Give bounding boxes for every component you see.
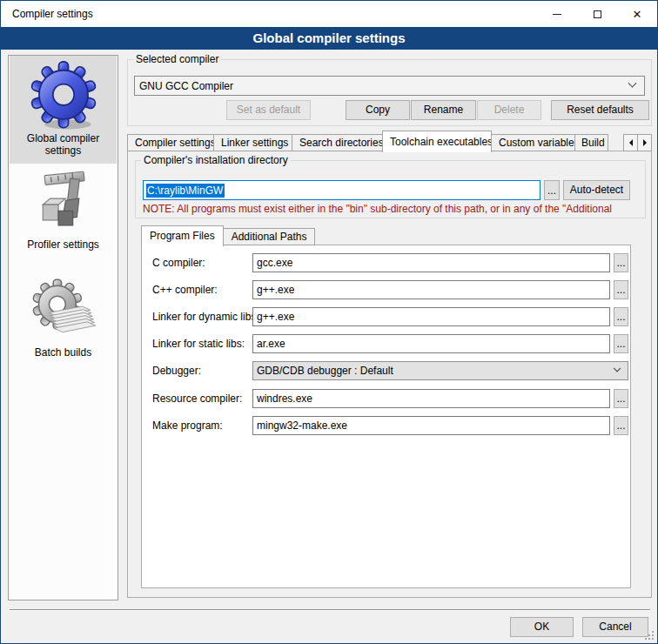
caliper-icon bbox=[30, 169, 97, 238]
browse-button[interactable]: ... bbox=[614, 307, 628, 326]
browse-button[interactable]: ... bbox=[614, 253, 628, 272]
resize-grip-icon[interactable] bbox=[645, 631, 654, 640]
debugger-select-value: GDB/CDB debugger : Default bbox=[257, 365, 393, 377]
field-label: Linker for dynamic libs: bbox=[152, 307, 259, 326]
cpp-compiler-field[interactable]: g++.exe bbox=[252, 280, 610, 299]
field-label: C compiler: bbox=[152, 253, 205, 272]
tab-compiler-settings[interactable]: Compiler settings bbox=[127, 134, 214, 151]
auto-detect-button[interactable]: Auto-detect bbox=[563, 180, 630, 200]
tab-search-directories[interactable]: Search directories bbox=[292, 134, 383, 151]
installation-directory-input[interactable]: C:\raylib\MinGW bbox=[143, 180, 540, 200]
field-label: Resource compiler: bbox=[152, 389, 242, 408]
footer-divider bbox=[10, 609, 650, 611]
tab-custom-variables[interactable]: Custom variables bbox=[491, 134, 575, 151]
browse-button[interactable]: ... bbox=[614, 280, 628, 299]
program-row: Resource compiler: windres.exe ... bbox=[142, 389, 630, 408]
field-label: C++ compiler: bbox=[152, 280, 218, 299]
debugger-select[interactable]: GDB/CDB debugger : Default bbox=[252, 361, 628, 380]
copy-button[interactable]: Copy bbox=[346, 100, 410, 120]
ok-button[interactable]: OK bbox=[510, 617, 574, 637]
tab-toolchain-executables[interactable]: Toolchain executables bbox=[382, 131, 492, 152]
window-controls: ✕ bbox=[537, 1, 657, 27]
minimize-icon bbox=[553, 14, 561, 15]
compiler-select[interactable]: GNU GCC Compiler bbox=[134, 76, 645, 96]
chevron-down-icon bbox=[628, 79, 637, 88]
title-bar: Compiler settings ✕ bbox=[1, 1, 657, 27]
sidebar-item-label: Global compiler settings bbox=[10, 132, 117, 157]
browse-button[interactable]: ... bbox=[614, 334, 628, 353]
program-row: Linker for static libs: ar.exe ... bbox=[142, 334, 630, 353]
sidebar-item-label: Profiler settings bbox=[10, 238, 117, 251]
group-label: Selected compiler bbox=[133, 53, 221, 65]
field-value: mingw32-make.exe bbox=[257, 419, 347, 432]
compiler-settings-dialog: Compiler settings ✕ Global compiler sett… bbox=[0, 0, 658, 644]
field-value: windres.exe bbox=[257, 392, 312, 405]
close-icon: ✕ bbox=[633, 9, 642, 20]
program-subtabs: Program Files Additional Paths bbox=[141, 225, 314, 245]
arrow-left-icon bbox=[629, 139, 633, 146]
browse-button[interactable]: ... bbox=[614, 389, 628, 408]
gray-gear-stack-icon bbox=[30, 277, 97, 346]
field-value: g++.exe bbox=[257, 284, 294, 296]
static-linker-field[interactable]: ar.exe bbox=[252, 334, 610, 353]
set-as-default-button[interactable]: Set as default bbox=[226, 100, 311, 120]
arrow-right-icon bbox=[643, 139, 647, 146]
field-value: gcc.exe bbox=[257, 257, 292, 269]
resource-compiler-field[interactable]: windres.exe bbox=[252, 389, 610, 408]
cancel-button[interactable]: Cancel bbox=[582, 617, 648, 637]
group-label: Compiler's installation directory bbox=[141, 154, 291, 166]
browse-directory-button[interactable]: ... bbox=[544, 180, 560, 200]
c-compiler-field[interactable]: gcc.exe bbox=[252, 253, 610, 272]
program-row: Linker for dynamic libs: g++.exe ... bbox=[142, 307, 630, 326]
tab-scroll-left-button[interactable] bbox=[623, 134, 638, 151]
sidebar-item-label: Batch builds bbox=[10, 346, 117, 359]
field-label: Make program: bbox=[152, 416, 223, 435]
toolchain-executables-panel: Compiler's installation directory C:\ray… bbox=[127, 151, 652, 598]
settings-tabs: Compiler settings Linker settings Search… bbox=[127, 130, 652, 151]
program-files-page: C compiler: gcc.exe ... C++ compiler: g+… bbox=[141, 245, 631, 588]
dynamic-linker-field[interactable]: g++.exe bbox=[252, 307, 610, 326]
maximize-icon bbox=[594, 10, 601, 18]
make-program-field[interactable]: mingw32-make.exe bbox=[252, 416, 610, 435]
installation-directory-group: Compiler's installation directory C:\ray… bbox=[135, 160, 646, 218]
delete-button[interactable]: Delete bbox=[477, 100, 541, 120]
minimize-button[interactable] bbox=[537, 1, 577, 27]
chevron-down-icon bbox=[614, 365, 621, 372]
sidebar-item-global-compiler-settings[interactable]: Global compiler settings bbox=[10, 56, 117, 164]
reset-defaults-button[interactable]: Reset defaults bbox=[551, 100, 649, 120]
tab-scroll-right-button[interactable] bbox=[637, 134, 652, 151]
maximize-button[interactable] bbox=[577, 1, 617, 27]
program-row: C++ compiler: g++.exe ... bbox=[142, 280, 630, 299]
page-title: Global compiler settings bbox=[1, 27, 657, 50]
subtab-additional-paths[interactable]: Additional Paths bbox=[223, 228, 316, 245]
tab-scroll-buttons bbox=[624, 134, 652, 151]
subtab-program-files[interactable]: Program Files bbox=[141, 225, 224, 246]
blue-gear-icon bbox=[30, 59, 97, 132]
note-text: NOTE: All programs must exist either in … bbox=[143, 203, 646, 215]
tab-build-options[interactable]: Build options bbox=[574, 134, 608, 151]
tab-linker-settings[interactable]: Linker settings bbox=[213, 134, 292, 151]
sidebar-item-profiler-settings[interactable]: Profiler settings bbox=[10, 167, 117, 254]
program-row: Debugger: GDB/CDB debugger : Default bbox=[142, 361, 630, 380]
close-button[interactable]: ✕ bbox=[617, 1, 657, 27]
selected-compiler-group: Selected compiler GNU GCC Compiler Set a… bbox=[127, 59, 652, 126]
installation-directory-value: C:\raylib\MinGW bbox=[146, 184, 225, 198]
program-row: C compiler: gcc.exe ... bbox=[142, 253, 630, 272]
window-title: Compiler settings bbox=[1, 8, 93, 20]
field-value: g++.exe bbox=[257, 311, 294, 323]
field-value: ar.exe bbox=[257, 338, 285, 350]
sidebar-item-batch-builds[interactable]: Batch builds bbox=[10, 275, 117, 362]
field-label: Linker for static libs: bbox=[152, 334, 245, 353]
compiler-select-value: GNU GCC Compiler bbox=[139, 80, 233, 92]
program-row: Make program: mingw32-make.exe ... bbox=[142, 416, 630, 435]
field-label: Debugger: bbox=[152, 361, 201, 380]
browse-button[interactable]: ... bbox=[614, 416, 628, 435]
settings-category-list: Global compiler settings Profiler settin… bbox=[8, 55, 118, 600]
rename-button[interactable]: Rename bbox=[411, 100, 476, 120]
